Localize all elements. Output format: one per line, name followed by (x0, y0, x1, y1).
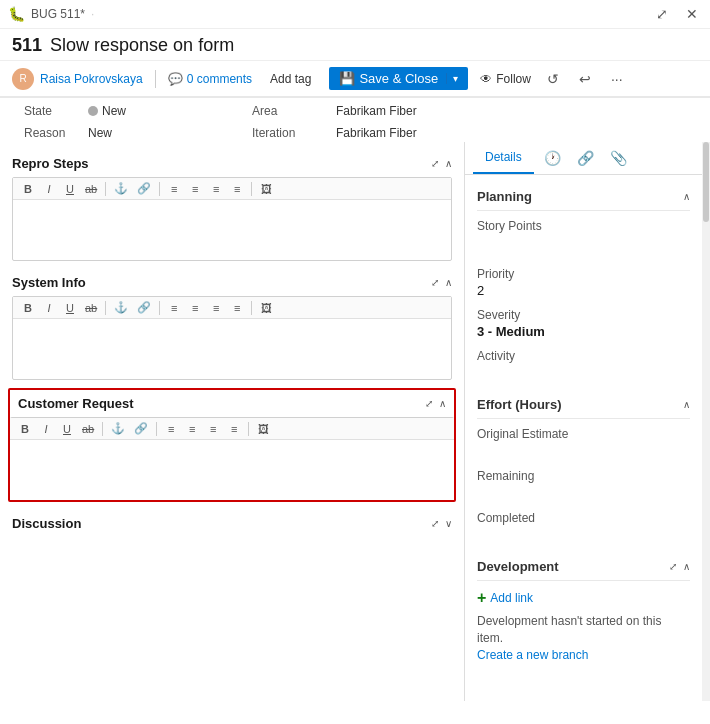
repro-bold-btn[interactable]: B (19, 182, 37, 196)
repro-list2-btn[interactable]: ≡ (186, 182, 204, 196)
save-dropdown-arrow[interactable]: ▾ (446, 73, 458, 84)
custreq-image-btn[interactable]: 🖼 (254, 422, 272, 436)
repro-collapse-icon[interactable]: ∧ (445, 158, 452, 169)
follow-button[interactable]: 👁 Follow (480, 72, 531, 86)
tab-details[interactable]: Details (473, 142, 534, 174)
effort-collapse-btn[interactable]: ∧ (683, 399, 690, 410)
discussion-expand-icon[interactable]: ⤢ (431, 518, 439, 529)
dev-note: Development hasn't started on this item.… (477, 613, 690, 663)
custreq-list2-btn[interactable]: ≡ (183, 422, 201, 436)
custreq-list1-btn[interactable]: ≡ (162, 422, 180, 436)
custreq-collapse-icon[interactable]: ∧ (439, 398, 446, 409)
tab-history[interactable]: 🕐 (538, 142, 567, 174)
custreq-link-btn[interactable]: 🔗 (131, 421, 151, 436)
expand-window-button[interactable]: ⤢ (652, 4, 672, 24)
repro-image-btn[interactable]: 🖼 (257, 182, 275, 196)
discussion-collapse-icon[interactable]: ∨ (445, 518, 452, 529)
sysinfo-bold-btn[interactable]: B (19, 301, 37, 315)
custreq-list4-btn[interactable]: ≡ (225, 422, 243, 436)
meta-row-1: State New Area Fabrikam Fiber (12, 98, 698, 120)
custreq-expand-icon[interactable]: ⤢ (425, 398, 433, 409)
sysinfo-list4-btn[interactable]: ≡ (228, 301, 246, 315)
custreq-list3-btn[interactable]: ≡ (204, 422, 222, 436)
right-scrollbar[interactable] (702, 142, 710, 701)
tab-attachments[interactable]: 📎 (604, 142, 633, 174)
save-icon: 💾 (339, 71, 355, 86)
repro-underline-btn[interactable]: U (61, 182, 79, 196)
more-options-button[interactable]: ··· (607, 69, 627, 89)
planning-section-header: Planning ∧ (477, 183, 690, 211)
repro-steps-title: Repro Steps (12, 156, 89, 171)
custreq-strike-btn[interactable]: ab (79, 422, 97, 436)
repro-steps-toolbar: B I U ab ⚓ 🔗 ≡ ≡ ≡ ≡ 🖼 (13, 178, 451, 200)
right-scrollbar-thumb (703, 142, 709, 222)
sysinfo-italic-btn[interactable]: I (40, 301, 58, 315)
customer-request-editor: B I U ab ⚓ 🔗 ≡ ≡ ≡ ≡ 🖼 (10, 417, 454, 500)
comments-count: 0 comments (187, 72, 252, 86)
sysinfo-list2-btn[interactable]: ≡ (186, 301, 204, 315)
repro-link-btn[interactable]: 🔗 (134, 181, 154, 196)
custreq-anchor-btn[interactable]: ⚓ (108, 421, 128, 436)
dev-collapse-btn[interactable]: ∧ (683, 561, 690, 572)
repro-steps-section: Repro Steps ⤢ ∧ B I U ab ⚓ 🔗 ≡ ≡ (0, 150, 464, 261)
add-tag-button[interactable]: Add tag (264, 70, 317, 88)
left-panel: Repro Steps ⤢ ∧ B I U ab ⚓ 🔗 ≡ ≡ (0, 142, 465, 701)
original-estimate-value[interactable] (477, 443, 690, 459)
sysinfo-link-btn[interactable]: 🔗 (134, 300, 154, 315)
custreq-italic-btn[interactable]: I (37, 422, 55, 436)
repro-steps-content[interactable] (13, 200, 451, 260)
repro-expand-icon[interactable]: ⤢ (431, 158, 439, 169)
activity-label: Activity (477, 349, 690, 363)
tab-title: BUG 511* (31, 7, 85, 21)
user-name[interactable]: Raisa Pokrovskaya (40, 72, 143, 86)
create-branch-link[interactable]: Create a new branch (477, 648, 588, 662)
planning-section-title: Planning (477, 189, 532, 204)
tab-links[interactable]: 🔗 (571, 142, 600, 174)
planning-collapse-btn[interactable]: ∧ (683, 191, 690, 202)
sysinfo-anchor-btn[interactable]: ⚓ (111, 300, 131, 315)
follow-icon: 👁 (480, 72, 492, 86)
customer-request-content[interactable] (10, 440, 454, 500)
sysinfo-expand-icon[interactable]: ⤢ (431, 277, 439, 288)
repro-steps-header[interactable]: Repro Steps ⤢ ∧ (0, 150, 464, 177)
sysinfo-underline-btn[interactable]: U (61, 301, 79, 315)
sysinfo-list1-btn[interactable]: ≡ (165, 301, 183, 315)
customer-request-header[interactable]: Customer Request ⤢ ∧ (10, 390, 454, 417)
severity-value[interactable]: 3 - Medium (477, 324, 690, 339)
title-bar: 🐛 BUG 511* · ⤢ ✕ (0, 0, 710, 29)
remaining-value[interactable] (477, 485, 690, 501)
custreq-sep-2 (156, 422, 157, 436)
refresh-button[interactable]: ↺ (543, 69, 563, 89)
repro-list3-btn[interactable]: ≡ (207, 182, 225, 196)
priority-value[interactable]: 2 (477, 283, 690, 298)
discussion-header[interactable]: Discussion ⤢ ∨ (0, 510, 464, 537)
area-label: Area (252, 104, 332, 118)
system-info-content[interactable] (13, 319, 451, 379)
undo-button[interactable]: ↩ (575, 69, 595, 89)
sysinfo-collapse-icon[interactable]: ∧ (445, 277, 452, 288)
repro-list1-btn[interactable]: ≡ (165, 182, 183, 196)
completed-value[interactable] (477, 527, 690, 543)
add-link-button[interactable]: + Add link (477, 589, 533, 607)
repro-list4-btn[interactable]: ≡ (228, 182, 246, 196)
save-close-button[interactable]: 💾 Save & Close ▾ (329, 67, 468, 90)
activity-value[interactable] (477, 365, 690, 381)
repro-anchor-btn[interactable]: ⚓ (111, 181, 131, 196)
effort-section-header: Effort (Hours) ∧ (477, 391, 690, 419)
dev-expand-icon[interactable]: ⤢ (669, 561, 677, 572)
details-content: Planning ∧ Story Points Priority 2 (465, 175, 702, 671)
sysinfo-sep-1 (105, 301, 106, 315)
sysinfo-strike-btn[interactable]: ab (82, 301, 100, 315)
sysinfo-list3-btn[interactable]: ≡ (207, 301, 225, 315)
custreq-bold-btn[interactable]: B (16, 422, 34, 436)
sysinfo-image-btn[interactable]: 🖼 (257, 301, 275, 315)
effort-section: Effort (Hours) ∧ Original Estimate Remai… (477, 391, 690, 543)
bug-icon: 🐛 (8, 6, 25, 22)
close-window-button[interactable]: ✕ (682, 4, 702, 24)
story-points-value[interactable] (477, 235, 690, 251)
custreq-underline-btn[interactable]: U (58, 422, 76, 436)
system-info-header[interactable]: System Info ⤢ ∧ (0, 269, 464, 296)
repro-strike-btn[interactable]: ab (82, 182, 100, 196)
comments-link[interactable]: 💬 0 comments (168, 72, 252, 86)
repro-italic-btn[interactable]: I (40, 182, 58, 196)
